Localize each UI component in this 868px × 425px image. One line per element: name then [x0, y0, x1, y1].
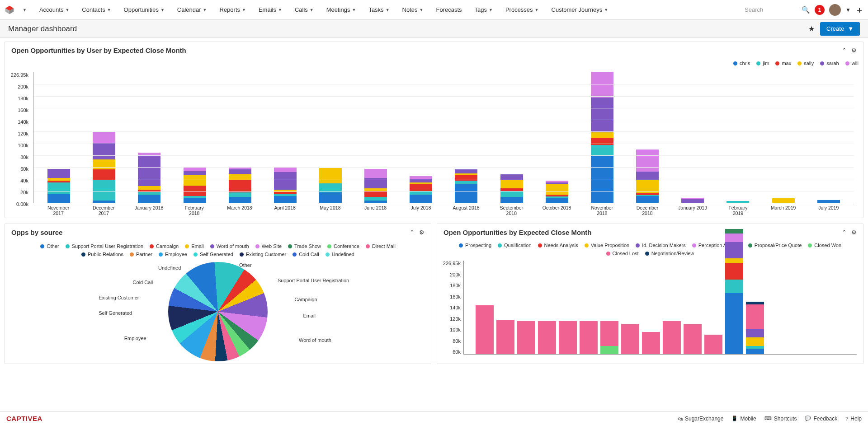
bar-column[interactable] [138, 153, 160, 203]
collapse-icon[interactable]: ⌃ [410, 229, 415, 236]
bar-column[interactable] [772, 198, 795, 203]
legend-item[interactable]: will [845, 61, 859, 66]
collapse-icon[interactable]: ⌃ [842, 47, 847, 54]
footer-link-shortcuts[interactable]: ⌨Shortcuts [764, 416, 797, 422]
legend-item[interactable]: Support Portal User Registration [66, 243, 143, 249]
gear-icon[interactable]: ⚙ [419, 229, 425, 236]
bar-column[interactable] [591, 72, 613, 203]
x-axis-label: May 2018 [316, 205, 344, 216]
nav-item-calls[interactable]: Calls▼ [288, 0, 320, 20]
legend-item[interactable]: Trade Show [288, 243, 321, 249]
favorite-star-icon[interactable]: ★ [808, 24, 815, 33]
footer-link-help[interactable]: ?Help [845, 416, 862, 422]
legend-item[interactable]: Direct Mail [366, 243, 396, 249]
bar-column[interactable] [410, 176, 432, 203]
bar-column[interactable] [538, 321, 556, 354]
legend-item[interactable]: Partner [130, 252, 152, 257]
bar-column[interactable] [642, 332, 660, 354]
bar-column[interactable] [636, 149, 659, 203]
legend-item[interactable]: Email [185, 243, 204, 249]
bar-column[interactable] [496, 320, 514, 354]
footer-link-feedback[interactable]: 💬Feedback [805, 416, 837, 422]
nav-item-reports[interactable]: Reports▼ [213, 0, 252, 20]
bar-column[interactable] [47, 169, 70, 203]
legend-item[interactable]: Existing Customer [240, 252, 286, 257]
legend-item[interactable]: Value Proposition [585, 243, 629, 248]
notification-badge[interactable]: 1 [815, 5, 825, 15]
bar-column[interactable] [274, 168, 297, 203]
app-logo[interactable] [5, 5, 14, 15]
footer-link-sugarexchange[interactable]: 🛍SugarExchange [678, 416, 723, 422]
bar-column[interactable] [663, 321, 681, 354]
legend-item[interactable]: Word of mouth [210, 243, 249, 249]
legend-item[interactable]: Proposal/Price Quote [748, 243, 802, 248]
nav-item-calendar[interactable]: Calendar▼ [171, 0, 213, 20]
legend-item[interactable]: Cold Call [292, 252, 319, 257]
gear-icon[interactable]: ⚙ [851, 47, 857, 54]
nav-item-forecasts[interactable]: Forecasts [429, 0, 468, 20]
bar-column[interactable] [184, 168, 206, 203]
legend-item[interactable]: Campaign [150, 243, 179, 249]
gear-icon[interactable]: ⚙ [851, 229, 857, 236]
quick-create-icon[interactable]: ＋ [855, 5, 863, 15]
nav-item-tags[interactable]: Tags▼ [468, 0, 499, 20]
bar-column[interactable] [364, 169, 387, 203]
legend-item[interactable]: Negotiation/Review [645, 251, 694, 256]
legend-item[interactable]: Employee [159, 252, 187, 257]
bar-column[interactable] [229, 167, 251, 203]
bar-column[interactable] [476, 305, 494, 354]
legend-item[interactable]: Self Generated [193, 252, 233, 257]
bar-column[interactable] [546, 181, 568, 203]
bar-column[interactable] [681, 198, 704, 203]
legend-item[interactable]: Prospecting [459, 243, 491, 248]
legend-item[interactable]: Public Relations [81, 252, 123, 257]
bar-column[interactable] [684, 324, 702, 354]
legend-item[interactable]: Closed Lost [606, 251, 639, 256]
nav-item-opportunities[interactable]: Opportunities▼ [118, 0, 171, 20]
legend-item[interactable]: chris [733, 61, 750, 66]
legend-item[interactable]: Other [40, 243, 59, 249]
user-menu-caret[interactable]: ▼ [845, 7, 851, 13]
bar-column[interactable] [580, 321, 598, 354]
create-button[interactable]: Create▼ [820, 22, 860, 36]
bar-column[interactable] [319, 168, 342, 203]
nav-item-emails[interactable]: Emails▼ [252, 0, 288, 20]
legend-item[interactable]: Conference [327, 243, 359, 249]
bar-column[interactable] [455, 169, 477, 203]
bar-column[interactable] [817, 200, 840, 203]
nav-item-tasks[interactable]: Tasks▼ [362, 0, 396, 20]
bar-column[interactable] [517, 321, 535, 354]
legend-item[interactable]: max [775, 61, 791, 66]
nav-item-customer-journeys[interactable]: Customer Journeys▼ [545, 0, 615, 20]
bar-column[interactable] [704, 335, 722, 354]
legend-item[interactable]: Undefined [326, 252, 354, 257]
nav-item-processes[interactable]: Processes▼ [499, 0, 545, 20]
nav-item-meetings[interactable]: Meetings▼ [320, 0, 363, 20]
bar-column[interactable] [746, 302, 764, 354]
legend-item[interactable]: jim [756, 61, 769, 66]
pie-chart[interactable] [168, 262, 268, 361]
x-axis-label: February 2019 [723, 205, 752, 216]
app-menu-caret[interactable]: ▼ [16, 0, 33, 20]
footer-link-mobile[interactable]: 📱Mobile [731, 416, 756, 422]
user-avatar[interactable] [829, 4, 841, 16]
legend-item[interactable]: sally [797, 61, 814, 66]
legend-item[interactable]: Id. Decision Makers [636, 243, 686, 248]
bar-column[interactable] [600, 321, 618, 354]
search-icon[interactable]: 🔍 [802, 6, 810, 14]
nav-item-contacts[interactable]: Contacts▼ [75, 0, 117, 20]
x-axis-label: January 2018 [135, 205, 164, 216]
bar-column[interactable] [621, 324, 639, 354]
legend-item[interactable]: sarah [820, 61, 839, 66]
legend-item[interactable]: Web Site [255, 243, 282, 249]
nav-item-notes[interactable]: Notes▼ [396, 0, 430, 20]
bar-column[interactable] [726, 201, 749, 203]
bar-column[interactable] [559, 321, 577, 354]
legend-item[interactable]: Closed Won [808, 243, 841, 248]
bar-column[interactable] [725, 229, 743, 354]
global-search-input[interactable] [743, 5, 797, 15]
nav-item-accounts[interactable]: Accounts▼ [33, 0, 75, 20]
collapse-icon[interactable]: ⌃ [842, 229, 847, 236]
legend-item[interactable]: Needs Analysis [538, 243, 578, 248]
legend-item[interactable]: Qualification [498, 243, 532, 248]
